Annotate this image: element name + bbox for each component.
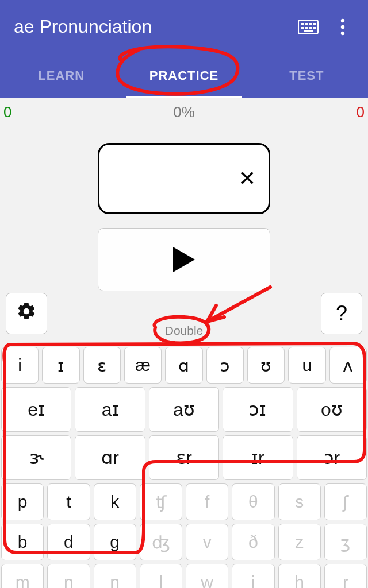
svg-rect-3 xyxy=(309,23,312,25)
ipa-key-ɔɪ[interactable]: ɔɪ xyxy=(223,387,293,432)
ipa-key-ʊ[interactable]: ʊ xyxy=(247,347,285,384)
clear-answer-icon[interactable]: ✕ xyxy=(239,168,256,189)
ipa-key-ɝ[interactable]: ɝ xyxy=(1,435,71,480)
ipa-key-ɑr[interactable]: ɑr xyxy=(75,435,145,480)
tab-bar: LEARN PRACTICE TEST xyxy=(0,53,368,98)
ipa-key-h[interactable]: h xyxy=(278,564,321,588)
ipa-key-ʤ[interactable]: ʤ xyxy=(140,524,182,560)
settings-button[interactable] xyxy=(6,293,47,334)
svg-point-11 xyxy=(341,25,344,28)
ipa-key-æ[interactable]: æ xyxy=(124,347,162,384)
ipa-key-v[interactable]: v xyxy=(186,524,228,560)
ipa-key-r[interactable]: r xyxy=(324,564,367,588)
overflow-menu-icon[interactable] xyxy=(329,13,356,41)
ipa-key-w[interactable]: w xyxy=(186,564,228,588)
score-incorrect: 0 xyxy=(330,103,365,121)
ipa-key-m[interactable]: m xyxy=(1,564,44,588)
ipa-key-ʃ[interactable]: ʃ xyxy=(324,483,367,520)
ipa-key-ð[interactable]: ð xyxy=(232,524,274,560)
ipa-key-ɪ[interactable]: ɪ xyxy=(42,347,79,384)
ipa-key-g[interactable]: g xyxy=(94,524,136,560)
svg-rect-4 xyxy=(313,23,316,25)
gear-icon xyxy=(16,301,37,327)
svg-rect-7 xyxy=(309,27,312,29)
ipa-key-ɔ[interactable]: ɔ xyxy=(206,347,244,384)
double-mode-label[interactable]: Double xyxy=(165,324,204,338)
ipa-key-oʊ[interactable]: oʊ xyxy=(297,387,367,432)
tab-test[interactable]: TEST xyxy=(246,53,368,98)
score-correct: 0 xyxy=(3,103,38,121)
ipa-key-s[interactable]: s xyxy=(278,483,321,520)
svg-rect-1 xyxy=(301,23,304,25)
ipa-key-l[interactable]: l xyxy=(140,564,182,588)
ipa-key-n[interactable]: n xyxy=(47,564,90,588)
svg-rect-6 xyxy=(305,27,308,29)
answer-input-card[interactable]: ✕ xyxy=(98,143,270,214)
ipa-key-θ[interactable]: θ xyxy=(232,483,274,520)
play-button[interactable] xyxy=(98,228,270,291)
app-title: ae Pronunciation xyxy=(14,16,288,37)
svg-rect-8 xyxy=(313,27,316,29)
tab-learn[interactable]: LEARN xyxy=(0,53,122,98)
ipa-key-ʧ[interactable]: ʧ xyxy=(140,483,182,520)
ipa-key-ɑ[interactable]: ɑ xyxy=(165,347,202,384)
svg-point-10 xyxy=(341,18,344,22)
ipa-key-j[interactable]: j xyxy=(232,564,274,588)
ipa-key-ʒ[interactable]: ʒ xyxy=(324,524,367,560)
svg-point-12 xyxy=(341,31,344,34)
keyboard-switch-icon[interactable] xyxy=(294,13,322,41)
ipa-key-ʌ[interactable]: ʌ xyxy=(329,347,367,384)
ipa-key-b[interactable]: b xyxy=(1,524,44,560)
ipa-key-u[interactable]: u xyxy=(288,347,325,384)
ipa-key-i[interactable]: i xyxy=(1,347,39,384)
app-bar: ae Pronunciation LEARN xyxy=(0,0,368,98)
ipa-key-ɛ[interactable]: ɛ xyxy=(83,347,121,384)
ipa-keyboard: iɪɛæɑɔʊuʌ eɪaɪaʊɔɪoʊ ɝɑrɛrɪrɔr ptkʧfθsʃ … xyxy=(0,347,368,588)
ipa-key-ɪr[interactable]: ɪr xyxy=(223,435,293,480)
ipa-key-d[interactable]: d xyxy=(47,524,90,560)
svg-rect-2 xyxy=(305,23,308,25)
svg-rect-5 xyxy=(301,27,304,29)
ipa-key-p[interactable]: p xyxy=(1,483,44,520)
ipa-key-aʊ[interactable]: aʊ xyxy=(149,387,219,432)
ipa-key-k[interactable]: k xyxy=(94,483,136,520)
ipa-key-eɪ[interactable]: eɪ xyxy=(1,387,71,432)
ipa-key-f[interactable]: f xyxy=(186,483,228,520)
ipa-key-ŋ[interactable]: ŋ xyxy=(94,564,136,588)
tab-practice[interactable]: PRACTICE xyxy=(122,53,245,98)
score-percent: 0% xyxy=(38,103,330,121)
score-row: 0 0% 0 xyxy=(0,98,368,126)
play-icon xyxy=(173,247,195,272)
ipa-key-ɔr[interactable]: ɔr xyxy=(297,435,367,480)
ipa-key-t[interactable]: t xyxy=(47,483,90,520)
ipa-key-aɪ[interactable]: aɪ xyxy=(75,387,145,432)
ipa-key-z[interactable]: z xyxy=(278,524,321,560)
svg-rect-9 xyxy=(304,30,313,32)
ipa-key-ɛr[interactable]: ɛr xyxy=(149,435,219,480)
help-button[interactable]: ? xyxy=(321,293,362,334)
